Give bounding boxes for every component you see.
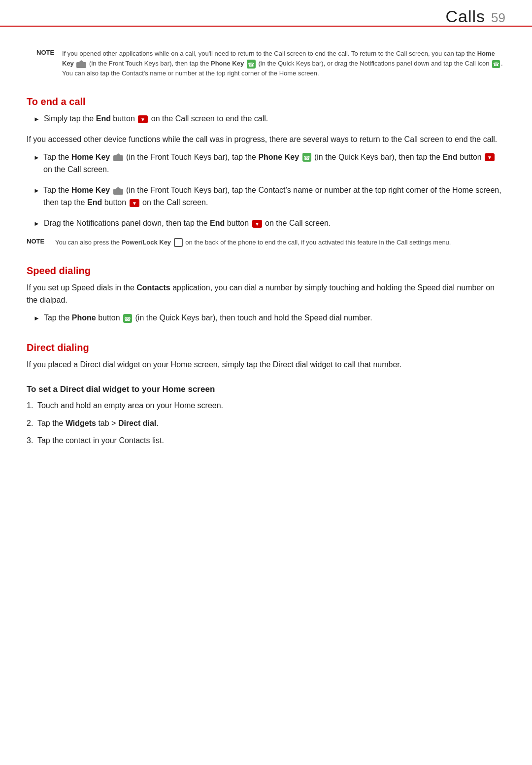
bullet-item-end-1: ► Tap the Home Key (in the Front Touch K…	[33, 151, 505, 176]
call-notif-icon: ☎	[492, 60, 500, 68]
bullet-arrow-icon-3: ►	[33, 186, 39, 196]
top-note-block: NOTE If you opened other applications wh…	[36, 49, 505, 78]
end-button-icon-3: ▼	[130, 199, 139, 207]
direct-dial-steps: 1. Touch and hold an empty area on your …	[27, 399, 505, 447]
section-heading-direct-dialing: Direct dialing	[27, 342, 505, 353]
main-content: NOTE If you opened other applications wh…	[27, 37, 505, 452]
end-call-bullet-list-2: ► Tap the Home Key (in the Front Touch K…	[33, 151, 505, 230]
direct-dial-step-2: 2. Tap the Widgets tab > Direct dial.	[27, 417, 505, 430]
end-button-icon-2: ▼	[485, 153, 495, 161]
bullet-text-speed-1: Tap the Phone button ☎ (in the Quick Key…	[44, 312, 372, 324]
page-number: 59	[491, 10, 505, 26]
speed-dialing-bullet-list: ► Tap the Phone button ☎ (in the Quick K…	[33, 312, 505, 324]
body-para-direct-dialing: If you placed a Direct dial widget on yo…	[27, 358, 505, 371]
body-para-end-call: If you accessed other device functions w…	[27, 133, 505, 146]
svg-text:☎: ☎	[493, 62, 499, 67]
direct-dial-step-1: 1. Touch and hold an empty area on your …	[27, 399, 505, 412]
home-key-icon-2	[113, 153, 123, 161]
end-button-icon-1: ▼	[138, 115, 148, 123]
svg-text:▼: ▼	[487, 155, 492, 160]
bullet-item-end-3: ► Drag the Notifications panel down, the…	[33, 217, 505, 230]
bullet-arrow-icon-2: ►	[33, 153, 39, 163]
end-call-note-text: You can also press the Power/Lock Key on…	[55, 238, 451, 247]
header: Calls 59	[446, 7, 506, 26]
section-heading-speed-dialing: Speed dialing	[27, 265, 505, 277]
body-para-speed-dialing: If you set up Speed dials in the Contact…	[27, 281, 505, 307]
page-container: Calls 59 NOTE If you opened other applic…	[0, 0, 532, 765]
svg-text:▼: ▼	[255, 221, 260, 227]
home-key-icon-3	[113, 187, 123, 195]
phone-key-icon-2: ☎	[302, 153, 311, 162]
bullet-text-end-1: Tap the Home Key (in the Front Touch Key…	[43, 151, 505, 176]
svg-text:☎: ☎	[248, 62, 255, 68]
bullet-text-end-2: Tap the Home Key (in the Front Touch Key…	[43, 184, 505, 209]
bullet-item-end-2: ► Tap the Home Key (in the Front Touch K…	[33, 184, 505, 209]
page-title: Calls	[446, 7, 486, 26]
svg-text:☎: ☎	[124, 316, 131, 322]
phone-button-icon: ☎	[123, 314, 132, 323]
power-lock-icon	[174, 238, 183, 247]
end-call-bullet-list-1: ► Simply tap the End button ▼ on the Cal…	[33, 112, 505, 125]
bullet-text-end-3: Drag the Notifications panel down, then …	[44, 217, 331, 230]
direct-dial-step-3: 3. Tap the contact in your Contacts list…	[27, 434, 505, 447]
svg-rect-20	[174, 239, 182, 246]
bullet-arrow-icon-5: ►	[33, 313, 40, 324]
bullet-arrow-icon-4: ►	[33, 219, 40, 229]
top-note-text: If you opened other applications while o…	[62, 49, 505, 78]
phone-key-icon-1: ☎	[247, 60, 256, 69]
end-call-note: NOTE You can also press the Power/Lock K…	[27, 238, 505, 247]
sub-heading-direct-dial-widget: To set a Direct dial widget to your Home…	[27, 384, 505, 394]
top-note-label: NOTE	[36, 49, 58, 56]
svg-text:▼: ▼	[132, 201, 137, 206]
end-button-icon-4: ▼	[252, 220, 262, 228]
home-key-icon	[76, 60, 86, 68]
section-heading-end-call: To end a call	[27, 96, 505, 107]
bullet-item-end-simple: ► Simply tap the End button ▼ on the Cal…	[33, 112, 505, 125]
end-call-note-label: NOTE	[27, 238, 48, 245]
svg-text:▼: ▼	[140, 117, 145, 122]
bullet-item-speed-1: ► Tap the Phone button ☎ (in the Quick K…	[33, 312, 505, 324]
bullet-text-end-simple: Simply tap the End button ▼ on the Call …	[44, 112, 268, 125]
bullet-arrow-icon: ►	[33, 114, 40, 125]
svg-text:☎: ☎	[303, 155, 310, 161]
